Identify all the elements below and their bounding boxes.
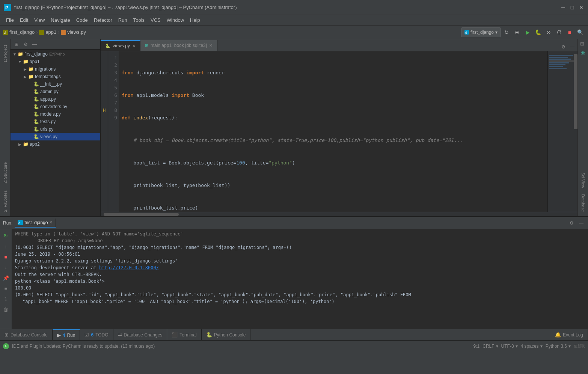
tab-event-log[interactable]: 🔔 Event Log bbox=[550, 329, 588, 341]
run-settings-button[interactable]: ⚙ bbox=[568, 219, 575, 227]
maximize-button[interactable]: □ bbox=[569, 5, 575, 11]
menu-navigate[interactable]: Navigate bbox=[48, 17, 73, 24]
run-wrap-button[interactable]: ⤵ bbox=[2, 294, 11, 303]
run-button[interactable]: ▶ bbox=[523, 27, 532, 37]
project-minus-button[interactable]: — bbox=[31, 41, 38, 48]
breadcrumb-app1[interactable]: app1 bbox=[39, 29, 56, 35]
tree-tests[interactable]: ▶ 🐍 tests.py bbox=[11, 118, 100, 125]
folder-icon: 📁 bbox=[17, 51, 23, 57]
structure-panel-label[interactable]: 2: Structure bbox=[2, 159, 8, 187]
tree-app1[interactable]: ▼ 📁 app1 bbox=[11, 58, 100, 65]
run-icon: ▶ bbox=[57, 332, 61, 338]
menu-file[interactable]: File bbox=[3, 17, 17, 24]
stop-button[interactable]: ■ bbox=[565, 27, 574, 37]
tab-views-close[interactable]: ✕ bbox=[132, 44, 136, 48]
tab-db-close[interactable]: ✕ bbox=[209, 43, 213, 48]
indent[interactable]: 4 spaces ▾ bbox=[521, 344, 543, 349]
menu-vcs[interactable]: VCS bbox=[148, 17, 164, 24]
right-sidebar-db-icon[interactable]: db bbox=[579, 49, 586, 57]
run-minimize-button[interactable]: — bbox=[577, 219, 585, 227]
tab-database-console[interactable]: ⊞ Database Console bbox=[0, 329, 53, 341]
run-pin-button[interactable]: 📌 bbox=[2, 273, 11, 282]
run-stop-button[interactable]: ■ bbox=[2, 252, 11, 261]
hscroll-thumb[interactable] bbox=[104, 213, 179, 216]
profile-button[interactable]: ⏱ bbox=[554, 27, 564, 37]
update-project-button[interactable]: ↻ bbox=[502, 27, 511, 37]
add-configuration-button[interactable]: ⊕ bbox=[512, 27, 522, 37]
tab-views-py[interactable]: 🐍 views.py ✕ bbox=[101, 40, 140, 51]
project-gear-button[interactable]: ⚙ bbox=[22, 41, 29, 48]
database-label[interactable]: Database bbox=[580, 191, 586, 215]
run-rerun-button[interactable]: ↻ bbox=[2, 231, 11, 240]
code-line-3: def index(request): bbox=[122, 114, 544, 122]
tree-templatetags[interactable]: ▶ 📁 templatetags bbox=[11, 73, 100, 80]
python-version[interactable]: Python 3.6 ▾ bbox=[546, 344, 571, 349]
output-line-11: "app1_book" WHERE ("app1_book"."price" =… bbox=[15, 298, 585, 305]
breadcrumb-file[interactable]: views.py bbox=[61, 29, 86, 35]
menu-view[interactable]: View bbox=[31, 17, 48, 24]
tree-apps[interactable]: ▶ 🐍 apps.py bbox=[11, 95, 100, 103]
breadcrumb-project[interactable]: d first_django bbox=[3, 29, 35, 35]
run-tab-close[interactable]: ✕ bbox=[49, 220, 53, 225]
menu-code[interactable]: Code bbox=[73, 17, 91, 24]
run-filter-button[interactable]: ≡ bbox=[2, 284, 11, 293]
run-tab-first-django[interactable]: d first_django ✕ bbox=[15, 219, 56, 228]
python-version-chevron: ▾ bbox=[568, 344, 571, 349]
tree-root-path: E:\Pytho bbox=[49, 52, 65, 56]
run-scroll-up-button[interactable]: ↑ bbox=[2, 242, 11, 251]
encoding[interactable]: UTF-8 ▾ bbox=[501, 344, 518, 349]
run-toolbar: ↻ ↑ ■ ↓ 📌 ≡ ⤵ 🗑 bbox=[0, 229, 12, 329]
tab-db[interactable]: ⊞ main.app1_book [db.sqlite3] ✕ bbox=[140, 40, 217, 51]
run-output[interactable]: WHERE type in ('table', 'view') AND NOT … bbox=[12, 229, 588, 329]
project-selector[interactable]: d first_django ▾ bbox=[461, 27, 501, 37]
line-ending[interactable]: CRLF ▾ bbox=[482, 344, 498, 349]
editor-hscroll[interactable] bbox=[101, 212, 577, 216]
menu-window[interactable]: Window bbox=[164, 17, 187, 24]
tab-python-console[interactable]: 🐍 Python Console bbox=[202, 329, 251, 341]
sci-view-label[interactable]: Sci View bbox=[580, 169, 586, 191]
favorites-panel-label[interactable]: 2: Favorites bbox=[2, 187, 8, 215]
right-sidebar-expand[interactable]: ⊞ bbox=[580, 41, 586, 48]
tab-database-changes[interactable]: ⇄ Database Changes bbox=[113, 329, 167, 341]
run-trash-button[interactable]: 🗑 bbox=[2, 305, 11, 314]
tree-init[interactable]: ▶ 🐍 __init__.py bbox=[11, 80, 100, 88]
project-panel-label[interactable]: 1: Project bbox=[2, 42, 8, 65]
tree-admin[interactable]: ▶ 🐍 admin.py bbox=[11, 88, 100, 95]
minimap-scrollbar[interactable] bbox=[574, 54, 577, 129]
tree-views[interactable]: ▶ 🐍 views.py bbox=[11, 133, 100, 140]
tab-terminal[interactable]: ⬛ Terminal bbox=[167, 329, 201, 341]
search-everywhere-button[interactable]: 🔍 bbox=[575, 27, 585, 37]
project-panel: ⊞ ⚙ — ▼ 📁 first_django E:\Pytho ▼ 📁 app1… bbox=[11, 39, 101, 216]
menu-help[interactable]: Help bbox=[187, 17, 203, 24]
tab-database-changes-label: Database Changes bbox=[124, 332, 163, 338]
tree-converters[interactable]: ▶ 🐍 converters.py bbox=[11, 103, 100, 110]
menu-refactor[interactable]: Refactor bbox=[91, 17, 115, 24]
tree-migrations[interactable]: ▶ 📁 migrations bbox=[11, 65, 100, 73]
tab-todo[interactable]: ☑ 6 TODO bbox=[80, 329, 113, 341]
tree-templatetags-label: templatetags bbox=[35, 74, 61, 79]
menu-edit[interactable]: Edit bbox=[17, 17, 31, 24]
ln-8: 8 bbox=[110, 107, 117, 114]
ln-7: 7 bbox=[110, 99, 117, 107]
code-editor[interactable]: H 1 2 3 4 5 6 7 8 9 from django.shortcut… bbox=[101, 51, 577, 212]
tree-app2[interactable]: ▶ 📁 app2 bbox=[11, 140, 100, 148]
tree-models[interactable]: ▶ 🐍 models.py bbox=[11, 110, 100, 118]
coverage-button[interactable]: ⊘ bbox=[544, 27, 553, 37]
tree-root[interactable]: ▼ 📁 first_django E:\Pytho bbox=[11, 50, 100, 58]
svg-rect-5 bbox=[61, 30, 66, 35]
menu-run[interactable]: Run bbox=[115, 17, 130, 24]
run-scroll-down-button[interactable]: ↓ bbox=[2, 263, 11, 272]
editor-minimize-button[interactable]: — bbox=[568, 43, 576, 51]
menu-tools[interactable]: Tools bbox=[130, 17, 148, 24]
ln-2: 2 bbox=[110, 62, 117, 69]
debug-button[interactable]: 🐛 bbox=[533, 27, 543, 37]
minimize-button[interactable]: ─ bbox=[560, 5, 566, 11]
close-button[interactable]: ✕ bbox=[578, 5, 584, 11]
editor-settings-button[interactable]: ⚙ bbox=[559, 43, 567, 51]
cursor-position[interactable]: 9:1 bbox=[473, 344, 480, 349]
code-content[interactable]: from django.shortcuts import render from… bbox=[119, 51, 547, 212]
server-url-link[interactable]: http://127.0.0.1:8000/ bbox=[99, 265, 159, 270]
tree-urls[interactable]: ▶ 🐍 urls.py bbox=[11, 125, 100, 133]
project-layout-button[interactable]: ⊞ bbox=[13, 41, 20, 48]
tab-run[interactable]: ▶ 4 Run bbox=[53, 329, 80, 341]
